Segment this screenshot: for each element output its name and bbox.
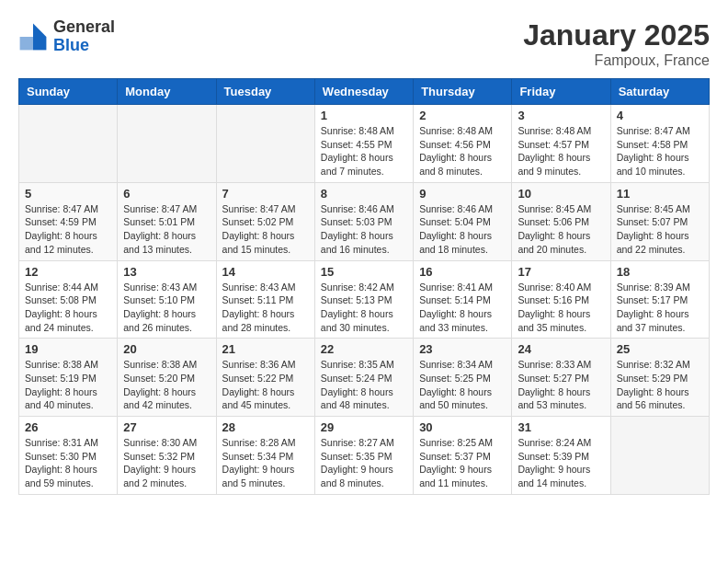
- day-info: Sunrise: 8:41 AMSunset: 5:14 PMDaylight:…: [419, 281, 506, 335]
- calendar-cell: [118, 105, 216, 183]
- calendar-cell: 16Sunrise: 8:41 AMSunset: 5:14 PMDayligh…: [414, 260, 512, 339]
- day-info: Sunrise: 8:33 AMSunset: 5:27 PMDaylight:…: [518, 358, 604, 412]
- calendar-cell: 13Sunrise: 8:43 AMSunset: 5:10 PMDayligh…: [118, 260, 216, 339]
- calendar-cell: [216, 105, 314, 183]
- day-number: 20: [123, 342, 210, 356]
- calendar-cell: 23Sunrise: 8:34 AMSunset: 5:25 PMDayligh…: [414, 339, 512, 417]
- day-info: Sunrise: 8:27 AMSunset: 5:35 PMDaylight:…: [321, 436, 407, 490]
- day-info: Sunrise: 8:43 AMSunset: 5:10 PMDaylight:…: [123, 281, 210, 335]
- day-number: 17: [518, 265, 604, 279]
- day-number: 25: [617, 342, 703, 356]
- calendar-cell: 22Sunrise: 8:35 AMSunset: 5:24 PMDayligh…: [314, 339, 413, 417]
- day-info: Sunrise: 8:38 AMSunset: 5:20 PMDaylight:…: [123, 358, 210, 412]
- day-number: 5: [25, 187, 111, 201]
- calendar-cell: 25Sunrise: 8:32 AMSunset: 5:29 PMDayligh…: [610, 339, 709, 417]
- day-number: 14: [222, 265, 309, 279]
- calendar-cell: 2Sunrise: 8:48 AMSunset: 4:56 PMDaylight…: [414, 105, 512, 183]
- calendar-cell: 11Sunrise: 8:45 AMSunset: 5:07 PMDayligh…: [610, 182, 709, 260]
- calendar-week-1: 1Sunrise: 8:48 AMSunset: 4:55 PMDaylight…: [19, 105, 710, 183]
- calendar-cell: 14Sunrise: 8:43 AMSunset: 5:11 PMDayligh…: [216, 260, 314, 339]
- logo-blue-text: Blue: [53, 37, 115, 55]
- calendar-cell: 4Sunrise: 8:47 AMSunset: 4:58 PMDaylight…: [610, 105, 709, 183]
- calendar-cell: 9Sunrise: 8:46 AMSunset: 5:04 PMDaylight…: [414, 182, 512, 260]
- day-info: Sunrise: 8:44 AMSunset: 5:08 PMDaylight:…: [25, 281, 111, 335]
- calendar-cell: 18Sunrise: 8:39 AMSunset: 5:17 PMDayligh…: [610, 260, 709, 339]
- title-block: January 2025 Fampoux, France: [523, 18, 710, 69]
- calendar-cell: 6Sunrise: 8:47 AMSunset: 5:01 PMDaylight…: [118, 182, 216, 260]
- day-number: 31: [518, 420, 604, 434]
- day-info: Sunrise: 8:39 AMSunset: 5:17 PMDaylight:…: [617, 281, 703, 335]
- calendar-week-3: 12Sunrise: 8:44 AMSunset: 5:08 PMDayligh…: [19, 260, 710, 339]
- svg-marker-1: [33, 37, 46, 50]
- day-number: 21: [222, 342, 309, 356]
- logo-icon: [18, 22, 48, 52]
- calendar-cell: 24Sunrise: 8:33 AMSunset: 5:27 PMDayligh…: [512, 339, 610, 417]
- calendar-cell: 27Sunrise: 8:30 AMSunset: 5:32 PMDayligh…: [118, 417, 216, 495]
- day-info: Sunrise: 8:40 AMSunset: 5:16 PMDaylight:…: [518, 281, 604, 335]
- day-info: Sunrise: 8:46 AMSunset: 5:03 PMDaylight:…: [321, 202, 407, 257]
- calendar-cell: 30Sunrise: 8:25 AMSunset: 5:37 PMDayligh…: [414, 417, 512, 495]
- logo-general-text: General: [53, 18, 115, 37]
- day-info: Sunrise: 8:47 AMSunset: 5:02 PMDaylight:…: [222, 202, 309, 257]
- day-number: 19: [25, 342, 111, 356]
- calendar-cell: 26Sunrise: 8:31 AMSunset: 5:30 PMDayligh…: [19, 417, 118, 495]
- day-info: Sunrise: 8:48 AMSunset: 4:55 PMDaylight:…: [321, 124, 407, 178]
- svg-marker-0: [33, 23, 46, 36]
- day-info: Sunrise: 8:36 AMSunset: 5:22 PMDaylight:…: [222, 358, 309, 412]
- day-info: Sunrise: 8:28 AMSunset: 5:34 PMDaylight:…: [222, 436, 309, 490]
- day-info: Sunrise: 8:48 AMSunset: 4:56 PMDaylight:…: [419, 124, 506, 178]
- day-number: 1: [321, 109, 407, 122]
- day-number: 27: [123, 420, 210, 434]
- day-number: 10: [518, 187, 604, 201]
- calendar-cell: 20Sunrise: 8:38 AMSunset: 5:20 PMDayligh…: [118, 339, 216, 417]
- location: Fampoux, France: [523, 52, 710, 69]
- calendar-cell: 10Sunrise: 8:45 AMSunset: 5:06 PMDayligh…: [512, 182, 610, 260]
- day-number: 30: [419, 420, 506, 434]
- day-info: Sunrise: 8:25 AMSunset: 5:37 PMDaylight:…: [419, 436, 506, 490]
- day-number: 23: [419, 342, 506, 356]
- calendar-week-2: 5Sunrise: 8:47 AMSunset: 4:59 PMDaylight…: [19, 182, 710, 260]
- weekday-header-tuesday: Tuesday: [216, 79, 314, 105]
- weekday-header-row: SundayMondayTuesdayWednesdayThursdayFrid…: [19, 79, 710, 105]
- calendar-cell: 12Sunrise: 8:44 AMSunset: 5:08 PMDayligh…: [19, 260, 118, 339]
- calendar-cell: 19Sunrise: 8:38 AMSunset: 5:19 PMDayligh…: [19, 339, 118, 417]
- day-number: 11: [617, 187, 703, 201]
- day-info: Sunrise: 8:38 AMSunset: 5:19 PMDaylight:…: [25, 358, 111, 412]
- day-number: 9: [419, 187, 506, 201]
- page-header: General Blue January 2025 Fampoux, Franc…: [18, 18, 710, 69]
- day-info: Sunrise: 8:47 AMSunset: 5:01 PMDaylight:…: [123, 202, 210, 257]
- calendar-cell: 5Sunrise: 8:47 AMSunset: 4:59 PMDaylight…: [19, 182, 118, 260]
- calendar-cell: 3Sunrise: 8:48 AMSunset: 4:57 PMDaylight…: [512, 105, 610, 183]
- day-number: 16: [419, 265, 506, 279]
- day-info: Sunrise: 8:42 AMSunset: 5:13 PMDaylight:…: [321, 281, 407, 335]
- calendar-cell: [610, 417, 709, 495]
- calendar-week-4: 19Sunrise: 8:38 AMSunset: 5:19 PMDayligh…: [19, 339, 710, 417]
- calendar-cell: 15Sunrise: 8:42 AMSunset: 5:13 PMDayligh…: [314, 260, 413, 339]
- day-number: 18: [617, 265, 703, 279]
- day-number: 24: [518, 342, 604, 356]
- day-number: 22: [321, 342, 407, 356]
- svg-marker-2: [20, 37, 33, 50]
- day-number: 2: [419, 109, 506, 122]
- day-info: Sunrise: 8:43 AMSunset: 5:11 PMDaylight:…: [222, 281, 309, 335]
- day-number: 28: [222, 420, 309, 434]
- day-number: 13: [123, 265, 210, 279]
- day-info: Sunrise: 8:46 AMSunset: 5:04 PMDaylight:…: [419, 202, 506, 257]
- day-number: 6: [123, 187, 210, 201]
- day-info: Sunrise: 8:34 AMSunset: 5:25 PMDaylight:…: [419, 358, 506, 412]
- calendar-cell: 1Sunrise: 8:48 AMSunset: 4:55 PMDaylight…: [314, 105, 413, 183]
- weekday-header-wednesday: Wednesday: [314, 79, 413, 105]
- calendar-cell: 29Sunrise: 8:27 AMSunset: 5:35 PMDayligh…: [314, 417, 413, 495]
- weekday-header-thursday: Thursday: [414, 79, 512, 105]
- day-number: 8: [321, 187, 407, 201]
- weekday-header-saturday: Saturday: [610, 79, 709, 105]
- calendar-cell: 21Sunrise: 8:36 AMSunset: 5:22 PMDayligh…: [216, 339, 314, 417]
- day-info: Sunrise: 8:31 AMSunset: 5:30 PMDaylight:…: [25, 436, 111, 490]
- day-info: Sunrise: 8:45 AMSunset: 5:07 PMDaylight:…: [617, 202, 703, 257]
- logo-text: General Blue: [53, 18, 115, 55]
- day-number: 4: [617, 109, 703, 122]
- calendar-cell: 7Sunrise: 8:47 AMSunset: 5:02 PMDaylight…: [216, 182, 314, 260]
- calendar-cell: 31Sunrise: 8:24 AMSunset: 5:39 PMDayligh…: [512, 417, 610, 495]
- day-number: 26: [25, 420, 111, 434]
- day-info: Sunrise: 8:47 AMSunset: 4:58 PMDaylight:…: [617, 124, 703, 178]
